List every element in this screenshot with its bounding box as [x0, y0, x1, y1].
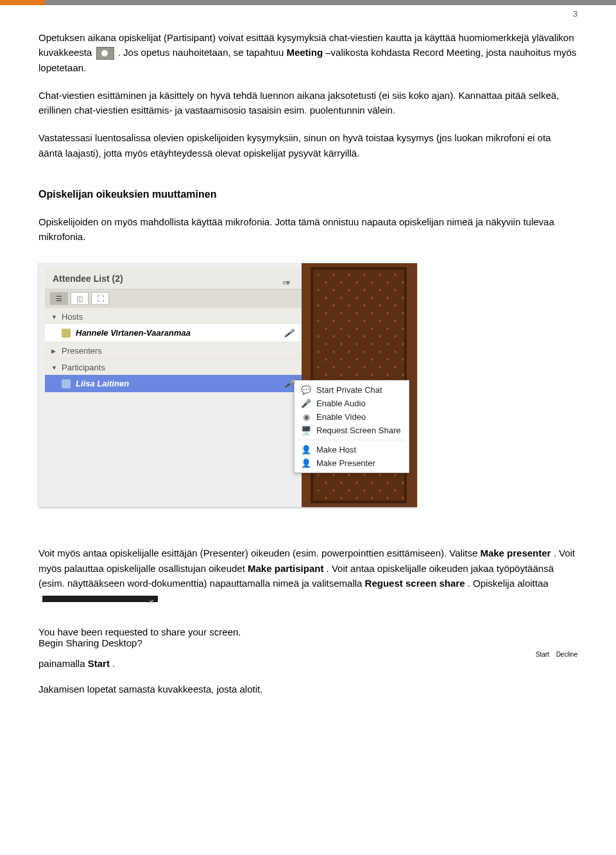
make-partisipant-bold: Make partisipant	[248, 563, 323, 574]
ctx-label: Enable Audio	[316, 399, 366, 408]
start-button[interactable]: Start	[536, 651, 549, 658]
para5-e: painamalla	[38, 658, 88, 669]
view-grid-icon[interactable]: ◫	[71, 292, 89, 305]
ctx-start-private-chat[interactable]: 💬 Start Private Chat	[295, 383, 409, 397]
chat-icon: 💬	[301, 385, 311, 395]
paragraph-2: Chat-viestien esittäminen ja käsittely o…	[38, 88, 578, 118]
divider	[298, 440, 405, 440]
share-popup-title: Begin Sharing Desktop?	[38, 618, 578, 625]
microphone-icon: 🎤	[284, 379, 294, 388]
screen-share-icon: 🖥️	[301, 426, 311, 435]
host-row[interactable]: Hannele Virtanen-Vaaranmaa 🎤	[45, 324, 302, 341]
pod-title-bar: Attendee List (2)	[45, 268, 302, 289]
presenter-icon: 👤	[301, 458, 311, 468]
share-popup-line1: You have been requested to share your sc…	[38, 626, 578, 637]
view-status-icon[interactable]: ⛶	[91, 292, 109, 305]
camera-icon: ◉	[301, 412, 311, 422]
paragraph-6: Jakamisen lopetat samasta kuvakkeesta, j…	[38, 682, 578, 696]
context-menu: 💬 Start Private Chat 🎤 Enable Audio ◉ En…	[294, 380, 409, 473]
heading-rights: Opiskelijan oikeuksien muuttaminen	[38, 189, 578, 200]
hosts-group-header[interactable]: ▼ Hosts	[45, 307, 302, 324]
ctx-make-presenter[interactable]: 👤 Make Presenter	[295, 456, 409, 470]
view-list-icon[interactable]: ☰	[50, 292, 68, 305]
ctx-request-screen-share[interactable]: 🖥️ Request Screen Share	[295, 424, 409, 437]
paragraph-4: Opiskelijoiden on myös mahdollista käytt…	[38, 214, 578, 245]
attendee-list-pod: Attendee List (2) ☰ ◫ ⛶ ▼ Hosts Hannele …	[45, 268, 302, 392]
page-number: 3	[38, 9, 578, 19]
hosts-label: Hosts	[62, 312, 83, 322]
para5-f: .	[112, 658, 115, 669]
request-screen-share-bold: Reguest screen share	[365, 578, 465, 589]
close-icon[interactable]: ✕	[149, 598, 154, 606]
meeting-bold: Meeting	[286, 47, 323, 58]
microphone-icon: 🎤	[301, 399, 311, 408]
para1-text-b: . Jos opetus nauhoitetaan, se tapahtuu	[118, 47, 287, 58]
host-role-icon	[62, 329, 71, 338]
ctx-enable-video[interactable]: ◉ Enable Video	[295, 410, 409, 424]
participant-name: Liisa Laitinen	[76, 379, 129, 388]
status-toolbar-icon	[96, 47, 114, 60]
presenters-label: Presenters	[62, 346, 102, 356]
ctx-label: Start Private Chat	[316, 385, 382, 395]
ctx-label: Request Screen Share	[316, 426, 401, 435]
attendee-list-screenshot: Attendee List (2) ☰ ◫ ⛶ ▼ Hosts Hannele …	[38, 263, 417, 507]
header-bar	[0, 0, 616, 5]
chevron-down-icon: ▼	[51, 365, 58, 371]
ctx-label: Make Presenter	[316, 458, 375, 468]
para5-d: . Opiskelija aloittaa	[468, 578, 549, 589]
begin-sharing-popup: ✕	[42, 596, 158, 602]
host-icon: 👤	[301, 445, 311, 454]
ctx-enable-audio[interactable]: 🎤 Enable Audio	[295, 397, 409, 410]
make-presenter-bold: Make presenter	[480, 548, 551, 558]
start-bold: Start	[88, 658, 110, 669]
host-name: Hannele Virtanen-Vaaranmaa	[76, 328, 191, 338]
participants-label: Participants	[62, 363, 105, 372]
presenters-group-header[interactable]: ▶ Presenters	[45, 341, 302, 358]
para5-a: Voit myös antaa opiskelijalle esittäjän …	[38, 548, 480, 558]
view-toolbar: ☰ ◫ ⛶	[45, 289, 302, 307]
paragraph-3: Vastatessasi luentosalissa olevien opisk…	[38, 130, 578, 160]
microphone-icon: 🎤	[284, 329, 294, 338]
paragraph-1: Opetuksen aikana opiskelijat (Partisipan…	[38, 30, 578, 75]
decline-button[interactable]: Decline	[556, 651, 578, 658]
ctx-make-host[interactable]: 👤 Make Host	[295, 443, 409, 456]
participants-group-header[interactable]: ▼ Participants	[45, 358, 302, 375]
share-popup-line2: Begin Sharing Desktop?	[38, 637, 578, 648]
pod-menu-icon[interactable]	[282, 277, 294, 281]
chevron-right-icon: ▶	[51, 348, 58, 354]
ctx-label: Make Host	[316, 445, 356, 454]
participant-row-selected[interactable]: Liisa Laitinen 🎤	[45, 375, 302, 392]
participant-role-icon	[62, 379, 71, 388]
ctx-label: Enable Video	[316, 412, 366, 422]
pod-title-text: Attendee List (2)	[53, 273, 123, 284]
chevron-down-icon: ▼	[51, 314, 58, 320]
share-popup-buttons: Start Decline	[38, 651, 578, 658]
paragraph-5: Voit myös antaa opiskelijalle esittäjän …	[38, 546, 578, 605]
